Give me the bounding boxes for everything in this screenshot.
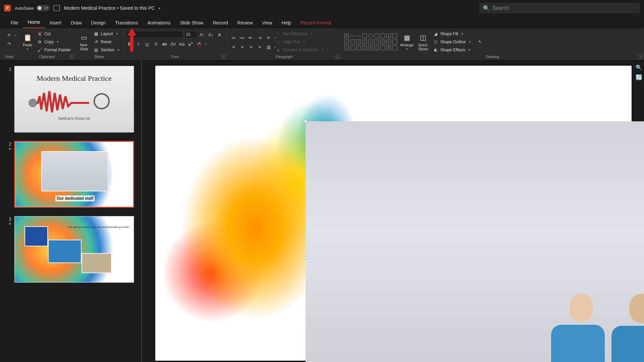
shape-more-icon[interactable]: ⊽ xyxy=(386,46,391,50)
tab-picture-format[interactable]: Picture Format xyxy=(296,17,336,28)
tab-slideshow[interactable]: Slide Show xyxy=(175,17,208,28)
char-spacing-button[interactable]: AV▾ xyxy=(170,40,177,48)
document-title[interactable]: Modern Medical Practice • Saved to this … xyxy=(64,5,155,11)
tab-record[interactable]: Record xyxy=(208,17,232,28)
shape-oval-icon[interactable] xyxy=(368,34,373,38)
shape-star-icon[interactable]: ☆ xyxy=(374,40,379,44)
selected-picture[interactable] xyxy=(306,121,644,362)
shape-outline-button[interactable]: ◻Shape Outline▾ xyxy=(432,38,472,46)
arrange-button[interactable]: ▦ Arrange ▾ xyxy=(399,32,415,52)
shape-brace-l-icon[interactable]: { xyxy=(356,46,361,50)
bullets-button[interactable]: ≔▾ xyxy=(230,34,237,42)
shape-brace-r-icon[interactable]: } xyxy=(362,46,367,50)
highlight-button[interactable]: 🖍▾ xyxy=(187,40,195,48)
tab-design[interactable]: Design xyxy=(87,17,111,28)
font-size-input[interactable] xyxy=(184,31,197,38)
chevron-down-icon[interactable]: ▾ xyxy=(159,6,160,10)
shape-rect-icon[interactable] xyxy=(362,34,367,38)
align-center-button[interactable]: ≡ xyxy=(239,44,246,51)
shadow-button[interactable]: S xyxy=(152,40,160,48)
tab-help[interactable]: Help xyxy=(277,17,296,28)
layout-button[interactable]: ▦Layout▾ xyxy=(92,30,120,38)
shape-curve-icon[interactable]: ∿ xyxy=(344,46,349,50)
change-case-button[interactable]: Aa▾ xyxy=(178,40,186,48)
shape-more1-icon[interactable] xyxy=(380,34,385,38)
find-icon[interactable]: 🔍 xyxy=(636,64,642,71)
tab-insert[interactable]: Insert xyxy=(45,17,66,28)
shape-roundrect-icon[interactable] xyxy=(374,34,379,38)
slide-thumbnail-3[interactable]: The care you need, from the professional… xyxy=(14,216,134,283)
shape-arrow4-icon[interactable]: ⇨ xyxy=(368,40,373,44)
font-dialog-launcher[interactable]: ↘ xyxy=(222,55,226,59)
tab-view[interactable]: View xyxy=(258,17,277,28)
shape-star2-icon[interactable]: ✦ xyxy=(368,46,373,50)
justify-button[interactable]: ≡ xyxy=(256,44,264,51)
autosave-control[interactable]: AutoSave Off xyxy=(15,5,50,11)
font-color-button[interactable]: A▾ xyxy=(196,40,203,48)
shape-conn-icon[interactable]: ⌐ xyxy=(350,46,355,50)
shape-arrow-icon[interactable]: ⬳ xyxy=(350,40,355,44)
selection-handle-ml[interactable] xyxy=(304,256,307,259)
section-button[interactable]: ▤Section▾ xyxy=(92,46,120,54)
shape-tri-icon[interactable]: △ xyxy=(344,40,349,44)
decrease-font-button[interactable]: A↓ xyxy=(207,31,215,38)
drawing-dialog-launcher[interactable]: ↘ xyxy=(638,55,642,59)
strikethrough-button[interactable]: ab xyxy=(161,40,168,48)
increase-indent-button[interactable]: ⇥ xyxy=(256,34,264,42)
shape-scroll-down-icon[interactable]: ▾ xyxy=(386,40,391,44)
tab-review[interactable]: Review xyxy=(233,17,258,28)
select-button[interactable]: ↖ xyxy=(477,38,484,46)
shape-textbox-icon[interactable]: A xyxy=(344,34,349,38)
tab-file[interactable]: File xyxy=(6,17,23,28)
thumb-row-3: 3 ★ The care you need, from the professi… xyxy=(7,216,134,283)
align-right-button[interactable]: ≡ xyxy=(248,44,255,51)
new-slide-button[interactable]: ▭ New Slide xyxy=(78,32,90,52)
decrease-indent-button[interactable]: ⇤ xyxy=(248,34,255,42)
slide-thumbnail-1[interactable]: Modern Medical Practice Getting to Know … xyxy=(14,66,134,133)
group-label-clipboard: Clipboard xyxy=(21,54,72,59)
copy-button[interactable]: ⧉Copy▾ xyxy=(36,38,72,46)
autosave-toggle[interactable]: Off xyxy=(36,5,50,11)
tab-animations[interactable]: Animations xyxy=(143,17,175,28)
text-direction-button[interactable]: ↕Text Direction▾ xyxy=(274,30,325,38)
slide-canvas[interactable] xyxy=(155,66,632,361)
paste-button[interactable]: 📋 Paste ▾ xyxy=(21,32,34,52)
format-painter-button[interactable]: 🖌️Format Painter xyxy=(36,46,72,54)
shape-arrow2-icon[interactable]: ↴ xyxy=(356,40,361,44)
shape-effects-button[interactable]: ◐Shape Effects▾ xyxy=(432,46,472,54)
line-spacing-button[interactable]: ≡▾ xyxy=(265,34,272,42)
redo-button[interactable]: ↷ xyxy=(6,40,13,48)
align-text-button[interactable]: ▭Align Text▾ xyxy=(274,38,325,46)
slide-thumbnail-2[interactable]: Our dedicated staff xyxy=(14,141,134,208)
numbering-button[interactable]: ≕▾ xyxy=(239,34,246,42)
replace-icon[interactable]: 🔄 xyxy=(636,74,642,80)
search-box[interactable]: 🔍 Search xyxy=(479,3,640,13)
cut-button[interactable]: ✂️Cut xyxy=(36,30,72,38)
shapes-gallery[interactable]: A▴ △⬳↴⇩⇨☆⬡▾ ∿⌐{}✦◇⊽ xyxy=(344,34,397,50)
reset-button[interactable]: ↺Reset xyxy=(92,38,120,46)
paragraph-dialog-launcher[interactable]: ↘ xyxy=(336,55,340,59)
shape-callout-icon[interactable]: ◇ xyxy=(374,46,379,50)
quick-styles-button[interactable]: ◫ Quick Styles xyxy=(417,32,430,52)
thumbnail-panel[interactable]: 1 Modern Medical Practice Getting to Kno… xyxy=(0,60,141,362)
shape-line-icon[interactable] xyxy=(350,36,355,36)
shape-arrow3-icon[interactable]: ⇩ xyxy=(362,40,367,44)
save-icon[interactable] xyxy=(54,5,60,11)
underline-button[interactable]: U xyxy=(144,40,151,48)
tab-draw[interactable]: Draw xyxy=(66,17,87,28)
clear-formatting-button[interactable]: A̷ xyxy=(216,31,223,38)
align-left-button[interactable]: ≡ xyxy=(230,44,237,51)
clipboard-dialog-launcher[interactable]: ↘ xyxy=(70,55,74,59)
shape-hex-icon[interactable]: ⬡ xyxy=(380,40,385,44)
columns-button[interactable]: ▥▾ xyxy=(265,44,272,51)
undo-button[interactable]: ↶▾ xyxy=(6,32,13,39)
convert-smartart-button[interactable]: ◈Convert to SmartArt▾ xyxy=(274,46,325,54)
slide-canvas-area[interactable] xyxy=(142,60,644,362)
shape-fill-button[interactable]: ◢Shape Fill▾ xyxy=(432,30,472,38)
selection-handle-tl[interactable] xyxy=(304,120,307,123)
shape-scroll-up-icon[interactable]: ▴ xyxy=(386,34,391,38)
increase-font-button[interactable]: A↑ xyxy=(199,31,206,38)
tab-transitions[interactable]: Transitions xyxy=(110,17,143,28)
tab-home[interactable]: Home xyxy=(23,17,45,28)
shape-line2-icon[interactable] xyxy=(356,36,361,36)
